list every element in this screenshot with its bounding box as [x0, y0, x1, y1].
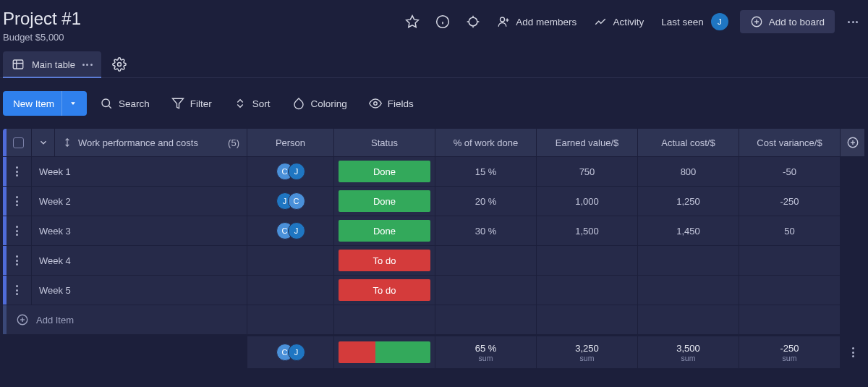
avatar: C	[288, 192, 305, 210]
column-status[interactable]: Status	[334, 129, 435, 156]
actual-cell[interactable]: 800	[638, 157, 739, 186]
sort-tool[interactable]: Sort	[225, 92, 279, 115]
status-cell[interactable]: To do	[334, 246, 435, 275]
add-to-board-button[interactable]: Add to board	[740, 10, 835, 33]
column-pct[interactable]: % of work done	[435, 129, 537, 156]
table-row[interactable]: Week 4 To do	[3, 246, 865, 275]
tab-menu-icon[interactable]	[82, 64, 93, 66]
more-icon[interactable]	[841, 9, 865, 34]
coloring-tool[interactable]: Coloring	[284, 92, 356, 115]
item-name[interactable]: Week 3	[32, 216, 247, 245]
avatar: J	[288, 222, 305, 239]
person-cell[interactable]: JC	[247, 187, 334, 216]
variance-cell[interactable]: -250	[739, 187, 841, 216]
blank-cell	[739, 305, 841, 334]
variance-cell[interactable]: 50	[739, 216, 841, 245]
blank-cell	[247, 305, 334, 334]
info-icon[interactable]	[430, 9, 455, 34]
filter-tool[interactable]: Filter	[163, 92, 221, 115]
add-column-button[interactable]	[841, 129, 865, 156]
actual-cell[interactable]	[638, 246, 739, 275]
actual-cell[interactable]: 1,450	[638, 216, 739, 245]
fields-tool[interactable]: Fields	[360, 92, 422, 115]
summary-person[interactable]: CJ	[247, 336, 334, 368]
row-menu-button[interactable]	[3, 246, 32, 275]
search-tool[interactable]: Search	[91, 92, 158, 115]
star-icon[interactable]	[400, 9, 425, 34]
pct-cell[interactable]: 15 %	[435, 157, 537, 186]
row-menu-button[interactable]	[3, 157, 32, 186]
column-variance[interactable]: Cost variance/$	[739, 129, 841, 156]
battery-segment-todo	[339, 341, 375, 363]
table-header: Work performance and costs (5) Person St…	[3, 129, 865, 156]
pct-cell[interactable]: 20 %	[435, 187, 537, 216]
gear-icon[interactable]	[107, 52, 132, 77]
item-name[interactable]: Week 2	[32, 187, 247, 216]
add-item-button[interactable]: Add Item	[3, 305, 247, 334]
person-cell[interactable]	[247, 276, 334, 305]
integrations-icon[interactable]	[461, 9, 485, 34]
column-person[interactable]: Person	[247, 129, 334, 156]
blank-cell	[435, 305, 537, 334]
status-cell[interactable]: To do	[334, 276, 435, 305]
row-menu-button[interactable]	[3, 276, 32, 305]
add-to-board-label: Add to board	[769, 17, 825, 27]
earned-cell[interactable]	[537, 246, 638, 275]
battery-segment-done	[375, 341, 430, 363]
actual-cell[interactable]: 1,250	[638, 187, 739, 216]
row-menu-button[interactable]	[3, 187, 32, 216]
column-group[interactable]: Work performance and costs (5)	[55, 129, 247, 156]
actual-cell[interactable]	[638, 276, 739, 305]
earned-cell[interactable]: 750	[537, 157, 638, 186]
column-earned[interactable]: Earned value/$	[537, 129, 638, 156]
last-seen[interactable]: Last seen J	[655, 9, 734, 35]
table-row[interactable]: Week 2 JC Done 20 % 1,000 1,250 -250	[3, 187, 865, 216]
table-row[interactable]: Week 3 CJ Done 30 % 1,500 1,450 50	[3, 216, 865, 245]
column-actual[interactable]: Actual cost/$	[638, 129, 739, 156]
person-cell[interactable]: CJ	[247, 216, 334, 245]
svg-point-14	[117, 63, 121, 67]
pct-cell[interactable]	[435, 246, 537, 275]
summary-menu-button[interactable]	[841, 336, 865, 368]
avatar: J	[711, 13, 728, 30]
new-item-button[interactable]: New Item	[3, 91, 87, 116]
item-name[interactable]: Week 4	[32, 246, 247, 275]
earned-cell[interactable]	[537, 276, 638, 305]
new-item-label: New Item	[13, 98, 54, 109]
status-cell[interactable]: Done	[334, 216, 435, 245]
chevron-down-icon[interactable]	[61, 91, 84, 116]
pct-cell[interactable]: 30 %	[435, 216, 537, 245]
summary-status[interactable]	[334, 336, 435, 368]
item-name[interactable]: Week 5	[32, 276, 247, 305]
variance-cell[interactable]	[739, 276, 841, 305]
add-members-button[interactable]: Add members	[491, 11, 582, 33]
person-cell[interactable]	[247, 246, 334, 275]
person-cell[interactable]: CJ	[247, 157, 334, 186]
table-row[interactable]: Week 5 To do	[3, 276, 865, 305]
earned-cell[interactable]: 1,000	[537, 187, 638, 216]
status-cell[interactable]: Done	[334, 187, 435, 216]
earned-cell[interactable]: 1,500	[537, 216, 638, 245]
group-title: Work performance and costs	[78, 137, 198, 148]
blank-cell	[537, 305, 638, 334]
last-seen-label: Last seen	[661, 17, 704, 27]
row-menu-button[interactable]	[3, 216, 32, 245]
summary-pct: 65 % sum	[435, 336, 537, 368]
svg-point-4	[469, 17, 477, 26]
variance-cell[interactable]: -50	[739, 157, 841, 186]
status-cell[interactable]: Done	[334, 157, 435, 186]
item-name[interactable]: Week 1	[32, 157, 247, 186]
tab-main-table[interactable]: Main table	[3, 51, 101, 77]
svg-rect-11	[13, 60, 23, 69]
pct-cell[interactable]	[435, 276, 537, 305]
collapse-group-button[interactable]	[32, 129, 55, 156]
variance-cell[interactable]	[739, 246, 841, 275]
svg-point-19	[374, 102, 378, 106]
svg-marker-15	[71, 102, 75, 105]
table-row[interactable]: Week 1 CJ Done 15 % 750 800 -50	[3, 157, 865, 186]
summary-actual: 3,500 sum	[638, 336, 739, 368]
activity-button[interactable]: Activity	[588, 11, 650, 33]
select-all-checkbox[interactable]	[13, 137, 24, 148]
summary-earned: 3,250 sum	[537, 336, 638, 368]
budget-subtitle: Budget $5,000	[3, 32, 81, 43]
